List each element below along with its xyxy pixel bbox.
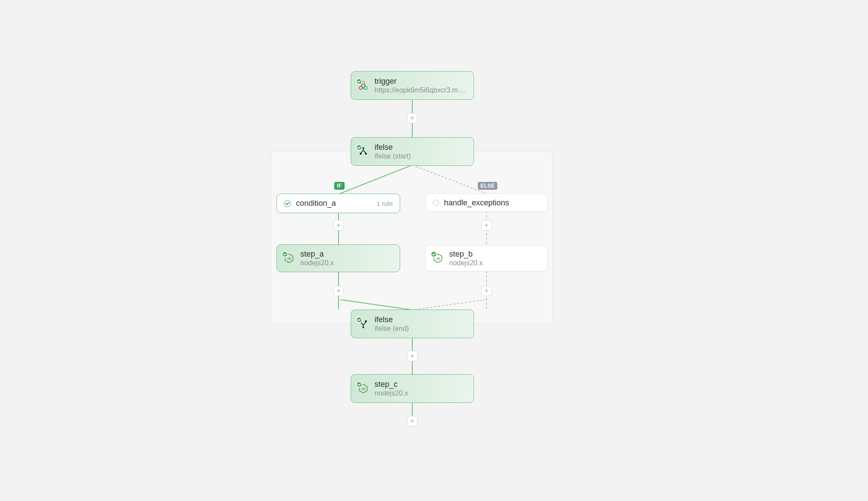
svg-rect-8 bbox=[365, 153, 367, 155]
step-b-node[interactable]: JS step_b nodejs20.x bbox=[425, 245, 548, 271]
plus-icon: + bbox=[410, 115, 414, 122]
add-step-button[interactable]: + bbox=[481, 220, 492, 231]
success-badge-icon bbox=[356, 381, 362, 388]
node-title: step_a bbox=[300, 249, 334, 259]
node-subtitle: ifelse (end) bbox=[375, 324, 409, 333]
svg-text:JS: JS bbox=[436, 257, 440, 260]
ifelse-start-node[interactable]: ifelse ifelse (start) bbox=[351, 137, 474, 166]
ifelse-end-node[interactable]: ifelse ifelse (end) bbox=[351, 310, 474, 338]
svg-rect-7 bbox=[360, 153, 362, 155]
add-step-button[interactable]: + bbox=[333, 286, 344, 296]
success-badge-icon bbox=[356, 78, 362, 85]
success-badge-icon bbox=[431, 251, 437, 257]
node-subtitle: https://eopk6m5i6qbxcr3.m.... bbox=[375, 86, 466, 95]
if-tag: IF bbox=[334, 182, 345, 190]
connector bbox=[412, 165, 488, 194]
plus-icon: + bbox=[484, 222, 488, 229]
handle-exceptions-node[interactable]: handle_exceptions bbox=[425, 194, 548, 212]
svg-point-5 bbox=[364, 86, 367, 89]
connector bbox=[338, 300, 414, 310]
condition-title: condition_a bbox=[296, 199, 336, 208]
step-a-node[interactable]: JS step_a nodejs20.x bbox=[276, 244, 400, 272]
node-title: ifelse bbox=[375, 315, 409, 325]
success-badge-icon bbox=[356, 316, 362, 323]
workflow-canvas[interactable]: trigger https://eopk6m5i6qbxcr3.m.... + … bbox=[0, 0, 868, 501]
plus-icon: + bbox=[410, 418, 414, 425]
node-subtitle: ifelse (start) bbox=[375, 152, 411, 161]
node-subtitle: nodejs20.x bbox=[375, 389, 408, 398]
success-badge-icon bbox=[282, 251, 288, 257]
svg-line-1 bbox=[412, 165, 487, 194]
connector bbox=[338, 165, 414, 194]
connector bbox=[412, 300, 488, 310]
add-step-button[interactable]: + bbox=[407, 416, 418, 426]
svg-point-16 bbox=[362, 326, 364, 328]
node-title: ifelse bbox=[375, 142, 411, 152]
empty-circle-icon bbox=[433, 200, 439, 206]
plus-icon: + bbox=[484, 287, 488, 294]
node-subtitle: nodejs20.x bbox=[449, 259, 483, 267]
add-step-button[interactable]: + bbox=[407, 351, 418, 361]
condition-a-node[interactable]: condition_a 1 rule bbox=[276, 194, 400, 213]
svg-text:JS: JS bbox=[287, 257, 291, 260]
svg-point-4 bbox=[359, 86, 362, 89]
node-subtitle: nodejs20.x bbox=[300, 259, 334, 267]
svg-rect-15 bbox=[365, 320, 367, 322]
svg-line-0 bbox=[340, 165, 412, 194]
check-circle-icon bbox=[284, 200, 291, 207]
rule-count: 1 rule bbox=[376, 200, 393, 207]
plus-icon: + bbox=[336, 222, 340, 229]
add-step-button[interactable]: + bbox=[333, 220, 344, 231]
svg-point-9 bbox=[362, 147, 364, 149]
trigger-node[interactable]: trigger https://eopk6m5i6qbxcr3.m.... bbox=[351, 71, 474, 100]
node-title: step_c bbox=[375, 379, 408, 389]
else-tag: ELSE bbox=[478, 182, 497, 190]
plus-icon: + bbox=[336, 287, 340, 294]
node-title: step_b bbox=[449, 249, 483, 259]
add-step-button[interactable]: + bbox=[407, 113, 418, 123]
plus-icon: + bbox=[410, 353, 414, 359]
success-badge-icon bbox=[356, 144, 362, 151]
node-title: trigger bbox=[375, 76, 466, 86]
add-step-button[interactable]: + bbox=[481, 286, 492, 296]
step-c-node[interactable]: JS step_c nodejs20.x bbox=[351, 374, 474, 403]
svg-text:JS: JS bbox=[361, 387, 365, 391]
svg-line-2 bbox=[340, 300, 412, 310]
svg-line-3 bbox=[412, 300, 487, 310]
condition-title: handle_exceptions bbox=[444, 198, 509, 208]
